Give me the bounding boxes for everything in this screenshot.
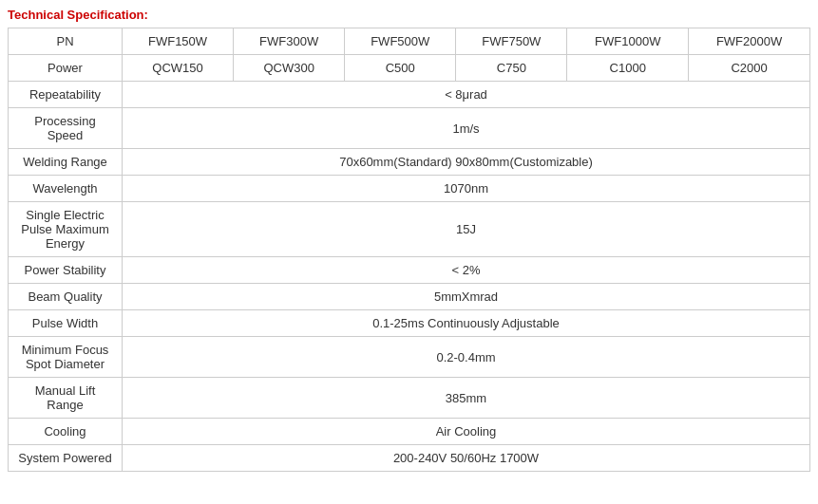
row-label: Minimum Focus Spot Diameter (9, 337, 123, 378)
row-label: Beam Quality (9, 284, 123, 310)
row-cell: C1000 (567, 55, 689, 82)
table-row: Repeatability< 8μrad (9, 82, 810, 108)
table-row: CoolingAir Cooling (9, 419, 810, 445)
row-cell: QCW300 (234, 55, 345, 82)
row-value: < 2% (123, 257, 810, 284)
row-value: 5mmXmrad (123, 284, 810, 310)
row-label: Power Stability (9, 257, 123, 284)
table-row: System Powered200-240V 50/60Hz 1700W (9, 445, 810, 472)
row-label: Welding Range (9, 149, 123, 176)
row-value: 1m/s (123, 108, 810, 149)
table-row: Welding Range70x60mm(Standard) 90x80mm(C… (9, 149, 810, 176)
row-cell: C500 (345, 55, 456, 82)
row-label: Pulse Width (9, 310, 123, 337)
header-col-1: FWF150W (123, 28, 234, 55)
table-row: Power Stability< 2% (9, 257, 810, 284)
table-row: Beam Quality5mmXmrad (9, 284, 810, 310)
row-value: 1070nm (123, 176, 810, 202)
header-col-6: FWF2000W (689, 28, 810, 55)
table-row: Processing Speed1m/s (9, 108, 810, 149)
table-row: Minimum Focus Spot Diameter0.2-0.4mm (9, 337, 810, 378)
row-label: Power (9, 55, 123, 82)
row-label: Manual Lift Range (9, 378, 123, 419)
header-col-4: FWF750W (456, 28, 567, 55)
row-cell: QCW150 (123, 55, 234, 82)
row-label: Single Electric Pulse Maximum Energy (9, 202, 123, 257)
row-cell: C2000 (689, 55, 810, 82)
row-label: Cooling (9, 419, 123, 445)
row-label: Processing Speed (9, 108, 123, 149)
table-header-row: PN FWF150W FWF300W FWF500W FWF750W FWF10… (9, 28, 810, 55)
row-value: < 8μrad (123, 82, 810, 108)
header-col-5: FWF1000W (567, 28, 689, 55)
row-label: Repeatability (9, 82, 123, 108)
table-row: Manual Lift Range385mm (9, 378, 810, 419)
table-row: Wavelength1070nm (9, 176, 810, 202)
row-value: 0.1-25ms Continuously Adjustable (123, 310, 810, 337)
header-col-3: FWF500W (345, 28, 456, 55)
header-col-pn: PN (9, 28, 123, 55)
row-value: 0.2-0.4mm (123, 337, 810, 378)
title: Technical Specification: (8, 8, 810, 22)
spec-table: PN FWF150W FWF300W FWF500W FWF750W FWF10… (8, 28, 810, 472)
row-value: 15J (123, 202, 810, 257)
table-row: PowerQCW150QCW300C500C750C1000C2000 (9, 55, 810, 82)
row-cell: C750 (456, 55, 567, 82)
row-value: 385mm (123, 378, 810, 419)
row-value: 200-240V 50/60Hz 1700W (123, 445, 810, 472)
table-row: Pulse Width0.1-25ms Continuously Adjusta… (9, 310, 810, 337)
row-label: System Powered (9, 445, 123, 472)
row-value: Air Cooling (123, 419, 810, 445)
row-value: 70x60mm(Standard) 90x80mm(Customizable) (123, 149, 810, 176)
table-row: Single Electric Pulse Maximum Energy15J (9, 202, 810, 257)
header-col-2: FWF300W (234, 28, 345, 55)
row-label: Wavelength (9, 176, 123, 202)
